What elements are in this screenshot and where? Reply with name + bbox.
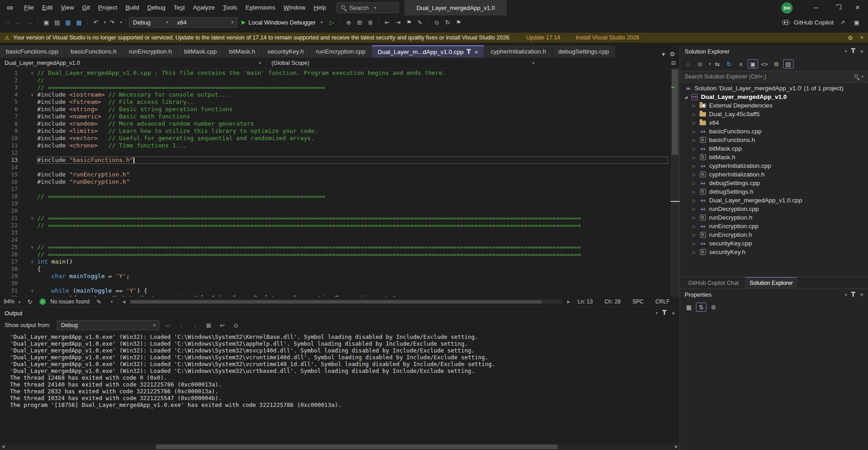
- menu-edit[interactable]: Edit: [38, 0, 57, 15]
- navigate-forward-icon[interactable]: →: [25, 19, 35, 26]
- tab-bitMask.h[interactable]: bitMask.h: [223, 45, 261, 58]
- tree-item-bitMask.cpp[interactable]: ▷++bitMask.cpp: [680, 144, 868, 153]
- code-line-16[interactable]: 16#include "runDecryption.h": [0, 178, 671, 186]
- menu-test[interactable]: Test: [169, 0, 189, 15]
- code-line-9[interactable]: 9#include <limits> // Learn how to utili…: [0, 127, 671, 135]
- update-link[interactable]: Update 17.14: [526, 34, 560, 41]
- expand-icon[interactable]: ▷: [690, 233, 698, 237]
- code-line-24[interactable]: 24: [0, 236, 671, 244]
- scroll-right-icon[interactable]: ▶: [567, 299, 570, 304]
- code-line-1[interactable]: 1∨// Dual_Layer_mergedApp_v1.0.cpp : Thi…: [0, 69, 671, 77]
- redo-dropdown-icon[interactable]: ▾: [120, 20, 123, 24]
- expand-icon[interactable]: ▷: [690, 155, 698, 160]
- drag-handle-icon[interactable]: ∷: [3, 19, 13, 26]
- code-line-18[interactable]: 18// ===================================…: [0, 193, 671, 200]
- edit-icon[interactable]: ✎: [415, 19, 425, 26]
- code-line-20[interactable]: 20: [0, 207, 671, 215]
- menu-analyze[interactable]: Analyze: [189, 0, 219, 15]
- tree-item-runEncryption.cpp[interactable]: ▷++runEncryption.cpp: [680, 222, 868, 230]
- code-line-13[interactable]: 13#include "basicFunctions.h": [0, 157, 671, 164]
- tree-item-runEncryption.h[interactable]: ▷hrunEncryption.h: [680, 230, 868, 239]
- window-position-icon[interactable]: ▾: [845, 49, 847, 54]
- alphabetical-icon[interactable]: ⇅: [696, 303, 706, 312]
- tree-item-debugSettings.h[interactable]: ▷hdebugSettings.h: [680, 187, 868, 196]
- code-line-32[interactable]: 32 std::cout << "\n\n\n You're running H…: [0, 294, 671, 297]
- pending-changes-filter-icon[interactable]: ⊙: [695, 61, 705, 68]
- hidden-tabs-icon[interactable]: ▾: [662, 50, 665, 58]
- eol-indicator[interactable]: CRLF: [656, 298, 670, 305]
- expand-icon[interactable]: ▷: [690, 250, 698, 254]
- collapse-icon[interactable]: ◢: [682, 95, 690, 99]
- expand-icon[interactable]: ▷: [690, 224, 698, 229]
- minimize-button[interactable]: [805, 0, 826, 15]
- maximize-restore-button[interactable]: [826, 0, 847, 15]
- indent-in-icon[interactable]: ⇥: [393, 19, 403, 26]
- expand-icon[interactable]: ▷: [690, 138, 698, 142]
- save-icon[interactable]: ▦: [63, 19, 73, 26]
- view-code-icon[interactable]: <>: [760, 61, 770, 68]
- tree-item-securityKey.h[interactable]: ▷hsecurityKey.h: [680, 248, 868, 256]
- code-line-12[interactable]: 12: [0, 149, 671, 157]
- code-line-31[interactable]: 31∨ while (mainToggle == 'Y') {: [0, 287, 671, 294]
- copilot-chat-icon[interactable]: ▣: [852, 19, 862, 26]
- panel-tab-Solution Explorer[interactable]: Solution Explorer: [745, 277, 797, 289]
- code-line-15[interactable]: 15#include "runEncryption.h": [0, 171, 671, 178]
- code-line-7[interactable]: 7#include <numeric> // Basic math functi…: [0, 113, 671, 120]
- expand-icon[interactable]: ▷: [690, 215, 698, 220]
- tree-item-External Dependencies[interactable]: ▷External Dependencies: [680, 101, 868, 110]
- infobar-gear-icon[interactable]: ⚙: [848, 34, 853, 41]
- expand-icon[interactable]: ▷: [690, 198, 698, 203]
- code-line-29[interactable]: 29 char mainToggle = 'Y';: [0, 273, 671, 280]
- menu-project[interactable]: Project: [94, 0, 121, 15]
- tab-bitMask.cpp[interactable]: bitMask.cpp: [178, 45, 222, 58]
- output-source-dropdown[interactable]: Debug ▾: [57, 320, 159, 330]
- tree-item-securityKey.cpp[interactable]: ▷++securityKey.cpp: [680, 239, 868, 248]
- code-editor[interactable]: 1∨// Dual_Layer_mergedApp_v1.0.cpp : Thi…: [0, 68, 680, 297]
- preview-selected-items-icon[interactable]: ▤: [783, 59, 794, 68]
- tab-cypherInitialization.h[interactable]: cypherInitialization.h: [484, 45, 552, 58]
- expand-icon[interactable]: ▷: [690, 190, 698, 194]
- bookmark-icon[interactable]: ⚑: [404, 19, 414, 26]
- timestamp-icon[interactable]: ⊙: [230, 322, 241, 329]
- indent-out-icon[interactable]: ⇤: [382, 19, 392, 26]
- scrollbar-thumb[interactable]: [130, 300, 541, 303]
- spaces-indicator[interactable]: SPC: [632, 298, 644, 305]
- menu-help[interactable]: Help: [310, 0, 330, 15]
- expand-icon[interactable]: ▷: [690, 112, 698, 117]
- expand-icon[interactable]: ▷: [690, 181, 698, 186]
- code-line-11[interactable]: 11#include <chrono> // Time functions 1.…: [0, 142, 671, 149]
- close-panel-icon[interactable]: ×: [860, 291, 863, 298]
- window-position-icon[interactable]: ▾: [656, 311, 658, 315]
- tree-item-Dual_Lay.45c3aff5[interactable]: ▷Dual_Lay.45c3aff5: [680, 110, 868, 118]
- code-line-28[interactable]: 28{: [0, 265, 671, 273]
- tree-item-basicFunctions.h[interactable]: ▷hbasicFunctions.h: [680, 136, 868, 144]
- sync-icon[interactable]: ↻: [25, 298, 35, 305]
- fold-arrow-icon[interactable]: ∨: [27, 91, 37, 98]
- copilot-share-icon[interactable]: ↗: [838, 19, 848, 26]
- expand-icon[interactable]: ▷: [690, 241, 698, 246]
- pin-icon[interactable]: [853, 293, 854, 297]
- expand-icon[interactable]: ▷: [690, 103, 698, 108]
- collapse-all-icon[interactable]: ∧: [736, 61, 746, 68]
- tree-item-project[interactable]: ◢ ++ Dual_Layer_mergedApp_v1.0: [680, 93, 868, 101]
- infobar-close-icon[interactable]: ×: [860, 34, 863, 41]
- tab-basicFunctions.h[interactable]: basicFunctions.h: [65, 45, 123, 58]
- panel-tab-GitHub Copilot Chat[interactable]: GitHub Copilot Chat: [684, 278, 743, 289]
- properties-wrench-icon[interactable]: ⚙: [771, 61, 782, 68]
- breadcrumb-project-dropdown[interactable]: Dual_Layer_mergedApp_v1.0 ▾: [0, 60, 266, 66]
- code-line-30[interactable]: 30: [0, 280, 671, 287]
- split-window-icon[interactable]: ⊟: [671, 59, 680, 66]
- close-panel-icon[interactable]: ×: [671, 310, 675, 317]
- tree-item-x64[interactable]: ▷x64: [680, 118, 868, 127]
- scroll-right-icon[interactable]: ▶: [675, 445, 678, 449]
- menu-view[interactable]: View: [57, 0, 78, 15]
- output-log[interactable]: 'Dual_Layer_mergedApp_v1.0.exe' (Win32):…: [0, 332, 680, 444]
- word-wrap-icon[interactable]: ↩: [217, 322, 227, 329]
- tab-options-gear-icon[interactable]: ⚙: [670, 50, 675, 58]
- line-indicator[interactable]: Ln: 13: [577, 298, 592, 305]
- tree-item-basicFunctions.cpp[interactable]: ▷++basicFunctions.cpp: [680, 127, 868, 136]
- pin-icon[interactable]: [664, 311, 665, 315]
- history-icon[interactable]: ⊙: [432, 19, 442, 26]
- code-line-4[interactable]: 4∨#include <iostream> // Necessary for c…: [0, 91, 671, 98]
- code-line-27[interactable]: 27∨int main(): [0, 258, 671, 265]
